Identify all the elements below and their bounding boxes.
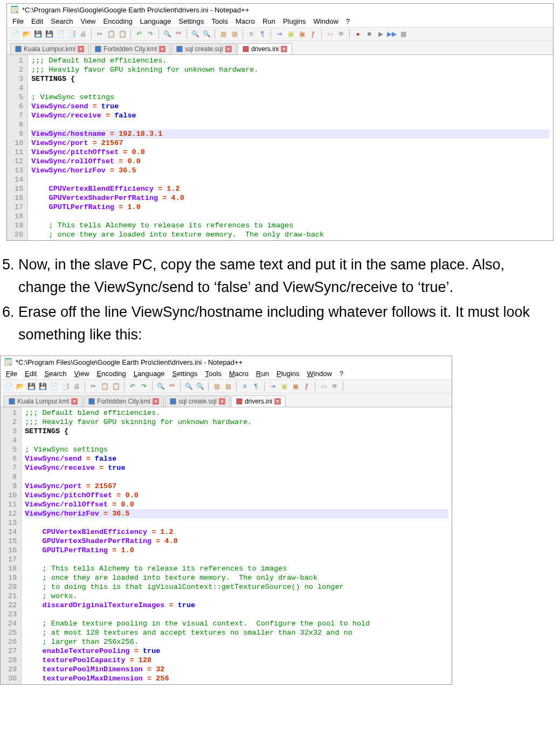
menu-?[interactable]: ? — [346, 17, 350, 25]
monitor-icon[interactable]: 👁 — [336, 29, 346, 39]
code-line[interactable]: GPUTLPerfRating = 1.0 — [31, 203, 550, 212]
menu-settings[interactable]: Settings — [179, 17, 204, 25]
menu-file[interactable]: File — [6, 370, 17, 378]
menu-window[interactable]: Window — [307, 370, 332, 378]
func-list-icon[interactable]: ƒ — [302, 381, 312, 391]
code-editor[interactable]: 1234567891011121314151617181920212223242… — [1, 407, 452, 684]
save-all-icon[interactable]: 💾 — [38, 381, 47, 391]
menu-edit[interactable]: Edit — [25, 370, 37, 378]
code-line[interactable]: ViewSync/port = 21567 — [31, 138, 550, 148]
zoom-out-icon[interactable]: 🔍 — [195, 381, 205, 391]
all-chars-icon[interactable]: ¶ — [251, 381, 261, 391]
menu-tools[interactable]: Tools — [212, 17, 228, 25]
code-line[interactable] — [31, 212, 550, 221]
code-line[interactable]: GPUVertexShaderPerfRating = 4.0 — [31, 193, 550, 203]
redo-icon[interactable]: ↷ — [139, 381, 149, 391]
code-line[interactable]: ViewSync/send = false — [25, 454, 448, 463]
code-line[interactable]: ViewSync/rollOffset = 0.0 — [31, 157, 550, 166]
tab-close-icon[interactable]: × — [281, 46, 287, 52]
menu-run[interactable]: Run — [256, 370, 269, 378]
tab-close-icon[interactable]: × — [274, 398, 281, 405]
tab-sql-create-sql[interactable]: sql create.sql× — [165, 395, 230, 407]
find-icon[interactable]: 🔍 — [156, 381, 165, 391]
code-line[interactable]: ;;; Heavily favor GPU skinning for unkno… — [31, 65, 550, 74]
tab-kuala-lumpur-kml[interactable]: Kuala Lumpur.kml× — [10, 43, 89, 54]
tab-close-icon[interactable]: × — [78, 46, 84, 52]
code-line[interactable]: ; ViewSync settings — [25, 445, 448, 454]
menu-macro[interactable]: Macro — [229, 370, 248, 378]
code-line[interactable]: ;;; Default blend efficiencies. — [25, 408, 448, 418]
menu-macro[interactable]: Macro — [236, 17, 255, 25]
code-line[interactable]: SETTINGS { — [31, 74, 550, 84]
save-macro-icon[interactable]: ▦ — [398, 29, 408, 39]
code-line[interactable] — [25, 518, 448, 527]
menu-run[interactable]: Run — [262, 17, 275, 25]
code-line[interactable]: ViewSync/hostname = 192.18.3.1 — [31, 129, 550, 138]
sync-h-icon[interactable]: ▦ — [230, 29, 239, 39]
toolbar[interactable]: 📄📂💾💾📄📑🖨✂📋📋↶↷🔍ᵃᵇ🔍🔍▦▦≡¶⇥▣▣ƒ▭👁●■▶▶▶▦ — [7, 27, 553, 41]
close-icon[interactable]: 📄 — [49, 381, 59, 391]
sync-v-icon[interactable]: ▦ — [218, 29, 228, 39]
code-line[interactable]: GPUVertexShaderPerfRating = 4.0 — [25, 537, 448, 546]
replace-icon[interactable]: ᵃᵇ — [167, 381, 177, 391]
open-icon[interactable]: 📂 — [22, 29, 31, 39]
redo-icon[interactable]: ↷ — [146, 29, 155, 39]
new-file-icon[interactable]: 📄 — [10, 29, 20, 39]
tab-drivers-ini[interactable]: drivers.ini× — [238, 43, 292, 54]
replace-icon[interactable]: ᵃᵇ — [174, 29, 183, 39]
tab-close-icon[interactable]: × — [159, 46, 165, 52]
close-icon[interactable]: 📄 — [56, 29, 65, 39]
code-line[interactable]: CPUVertexBlendEfficiency = 1.2 — [31, 184, 550, 193]
menu-plugins[interactable]: Plugins — [276, 370, 300, 378]
code-line[interactable]: SETTINGS { — [25, 427, 448, 436]
menu-encoding[interactable]: Encoding — [103, 17, 133, 25]
unfold-icon[interactable]: ▣ — [291, 381, 300, 391]
stop-icon[interactable]: ■ — [364, 29, 374, 39]
menu-bar[interactable]: FileEditSearchViewEncodingLanguageSettin… — [7, 16, 553, 27]
menu-window[interactable]: Window — [314, 17, 338, 25]
menu-encoding[interactable]: Encoding — [97, 370, 126, 378]
menu-edit[interactable]: Edit — [31, 17, 43, 25]
code-line[interactable]: ; to doing this is that igVisualContext:… — [25, 582, 448, 592]
zoom-in-icon[interactable]: 🔍 — [190, 29, 200, 39]
fast-icon[interactable]: ▶▶ — [387, 29, 397, 39]
code-line[interactable]: texturePoolMinDimension = 32 — [25, 665, 448, 674]
open-icon[interactable]: 📂 — [15, 381, 25, 391]
toolbar[interactable]: 📄📂💾💾📄📑🖨✂📋📋↶↷🔍ᵃᵇ🔍🔍▦▦≡¶⇥▣▣ƒ▭👁 — [1, 379, 452, 393]
code-line[interactable] — [31, 84, 550, 93]
code-line[interactable]: ViewSync/rollOffset = 0.0 — [25, 500, 448, 509]
save-icon[interactable]: 💾 — [33, 29, 43, 39]
print-icon[interactable]: 🖨 — [78, 29, 88, 39]
sync-h-icon[interactable]: ▦ — [223, 381, 233, 391]
zoom-in-icon[interactable]: 🔍 — [184, 381, 193, 391]
doc-map-icon[interactable]: ▭ — [325, 29, 335, 39]
code-line[interactable]: ViewSync/send = true — [31, 102, 550, 111]
sync-v-icon[interactable]: ▦ — [212, 381, 222, 391]
tab-close-icon[interactable]: × — [219, 398, 225, 405]
code-line[interactable]: ; larger than 256x256. — [25, 637, 448, 646]
code-line[interactable]: ; once they are loaded into texture memo… — [25, 573, 448, 582]
indent-icon[interactable]: ⇥ — [268, 381, 278, 391]
paste-icon[interactable]: 📋 — [111, 381, 121, 391]
code-line[interactable]: ViewSync/port = 21567 — [25, 482, 448, 491]
func-list-icon[interactable]: ƒ — [308, 29, 318, 39]
code-line[interactable]: ;;; Default blend efficiencies. — [31, 56, 550, 65]
code-line[interactable]: discardOriginalTextureImages = true — [25, 601, 448, 610]
close-all-icon[interactable]: 📑 — [67, 29, 77, 39]
code-line[interactable]: ; Enable texture pooling in the visual c… — [25, 619, 448, 628]
menu-plugins[interactable]: Plugins — [283, 17, 306, 25]
wrap-icon[interactable]: ≡ — [240, 381, 250, 391]
code-line[interactable]: CPUVertexBlendEfficiency = 1.2 — [25, 527, 448, 537]
code-line[interactable] — [25, 610, 448, 619]
paste-icon[interactable]: 📋 — [117, 29, 127, 39]
code-line[interactable]: ; This tells Alchemy to release its refe… — [25, 564, 448, 573]
print-icon[interactable]: 🖨 — [72, 381, 81, 391]
tab-drivers-ini[interactable]: drivers.ini× — [231, 395, 286, 407]
menu-file[interactable]: File — [12, 17, 24, 25]
new-file-icon[interactable]: 📄 — [4, 381, 13, 391]
code-line[interactable]: ; at most 128 textures and accept textur… — [25, 628, 448, 637]
wrap-icon[interactable]: ≡ — [246, 29, 256, 39]
menu-search[interactable]: Search — [44, 370, 66, 378]
code-line[interactable]: ViewSync/horizFov = 36.5 — [25, 509, 448, 518]
unfold-icon[interactable]: ▣ — [297, 29, 307, 39]
